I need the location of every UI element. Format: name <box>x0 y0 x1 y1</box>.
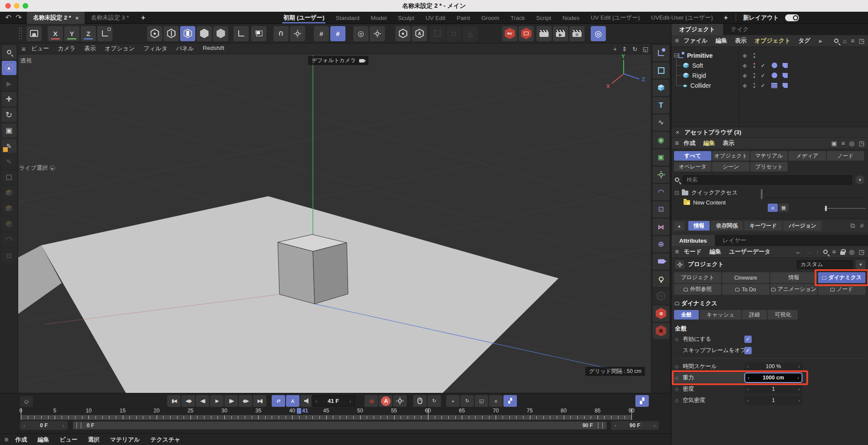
move-tool[interactable]: + <box>2 92 16 106</box>
axis-settings-button[interactable] <box>370 26 385 41</box>
popout-icon[interactable]: ◳ <box>859 37 865 44</box>
modeling-settings-button[interactable] <box>26 26 42 41</box>
panel-tab[interactable]: テイク <box>723 24 756 35</box>
popout-icon[interactable]: ◳ <box>859 248 865 255</box>
bottom-menu-item[interactable]: 選択 <box>82 436 105 444</box>
asset-filter-tab[interactable]: オペレータ <box>674 162 711 171</box>
generator-button[interactable]: ◉ <box>653 132 669 148</box>
instance-button[interactable]: ⊡ <box>653 201 669 218</box>
render-settings-button[interactable]: ✲ <box>569 26 585 41</box>
panel-menu-item[interactable]: 表示 <box>719 139 738 147</box>
grid-view-button[interactable]: ▦ <box>779 204 789 212</box>
asset-tree-item[interactable]: −クイックアクセス <box>675 189 737 197</box>
range-start-spinner[interactable]: ‹0 F› <box>20 421 68 430</box>
camera-label[interactable]: デフォルトカメラ <box>308 56 368 65</box>
snap-settings-button[interactable] <box>290 26 305 41</box>
viewport-menu-item[interactable]: 表示 <box>80 45 100 53</box>
edge-mode-button[interactable] <box>164 26 179 41</box>
timeline-mode-button[interactable]: ▞ <box>635 395 649 407</box>
increment-icon[interactable]: › <box>798 386 800 392</box>
document-tab[interactable]: 名称未設定 2 *× <box>27 12 85 24</box>
polygon-mode-button[interactable] <box>180 26 195 41</box>
layer-diamond-icon[interactable]: ◆ <box>743 52 747 59</box>
timeline-ruler[interactable]: 05101520253035404550556065707580859041 <box>21 408 631 421</box>
object-name[interactable]: Primitive <box>687 52 713 59</box>
prev-frame-button[interactable]: ◀▮ <box>196 395 209 407</box>
panel-menu-item[interactable]: 編集 <box>699 139 719 147</box>
filter-icon[interactable]: ≡ <box>841 140 845 147</box>
filter-icon[interactable]: ≡ <box>832 248 835 255</box>
increment-icon[interactable]: › <box>798 364 800 369</box>
target-icon[interactable]: ◎ <box>849 140 855 147</box>
viewport-menu-item[interactable]: Redshift <box>198 45 229 53</box>
deformer-button[interactable]: ◠ <box>653 184 669 200</box>
render-view-button[interactable] <box>536 26 552 41</box>
up-icon[interactable]: ↑ <box>816 248 819 255</box>
modeling-axis-button[interactable]: ◎ <box>353 26 368 41</box>
value-spinner[interactable]: ‹1› <box>744 396 802 405</box>
redo-icon[interactable]: ↷ <box>16 13 22 22</box>
asset-info-tab[interactable]: 依存関係 <box>711 221 743 231</box>
section-sub-tab[interactable]: キャッシュ <box>700 310 741 320</box>
keyframe-selection-button[interactable]: ◇ <box>20 396 33 407</box>
volume-button[interactable]: ▣ <box>653 149 669 165</box>
asset-filter-tab[interactable]: ノード <box>827 151 864 161</box>
axis-modify-button[interactable] <box>233 26 249 41</box>
rs-ipr-button[interactable] <box>519 26 534 41</box>
key-parameter-button[interactable]: ≡ <box>489 395 503 407</box>
panel-menu-item[interactable]: 編集 <box>705 248 725 256</box>
popout-icon[interactable]: ◳ <box>859 140 865 147</box>
increment-icon[interactable]: › <box>797 375 799 380</box>
viewport-scale-tool[interactable] <box>2 45 16 59</box>
axis-y-button[interactable]: Y <box>64 26 79 41</box>
viewport-menu-item[interactable]: カメラ <box>53 45 80 53</box>
undo-icon[interactable]: ↶ <box>5 13 11 22</box>
range-end-spinner[interactable]: ‹90 F› <box>611 421 659 430</box>
quantize-lock-button[interactable]: # <box>330 26 345 41</box>
override-button[interactable]: ∷ <box>446 26 461 41</box>
object-row[interactable]: −Primitive <box>674 50 713 60</box>
viewport-menu-item[interactable]: パネル <box>172 45 198 53</box>
panel-menu-item[interactable]: ユーザーデータ <box>725 248 774 256</box>
scale-tool[interactable]: ▣ <box>2 123 16 138</box>
light-button[interactable] <box>653 271 669 287</box>
preset-dropdown[interactable]: カスタム <box>797 260 853 269</box>
bottom-menu-item[interactable]: テクスチャ <box>145 436 186 444</box>
workplane-button[interactable] <box>251 26 266 41</box>
goto-start-button[interactable]: ▮◀ <box>167 395 181 407</box>
extrude-inner-tool[interactable] <box>2 201 16 216</box>
autokey-bar-button[interactable]: A <box>286 395 299 407</box>
increment-icon[interactable]: › <box>798 398 800 403</box>
rectangle-tool[interactable] <box>2 170 16 185</box>
goto-end-button[interactable]: ▶▮ <box>253 395 266 407</box>
object-name[interactable]: Soft <box>692 62 703 69</box>
asset-info-tab[interactable]: 情報 <box>688 221 710 231</box>
attribute-section-tab[interactable]: 情報 <box>770 272 818 283</box>
viewport-menu-item[interactable]: ビュー <box>27 45 53 53</box>
redshift-camera-button[interactable] <box>653 323 669 339</box>
search-icon[interactable] <box>823 250 828 254</box>
section-sub-tab[interactable]: 可視化 <box>768 310 798 320</box>
axis-z-button[interactable]: Z <box>81 26 96 41</box>
visibility-dots-icon[interactable] <box>753 53 756 58</box>
decrement-icon[interactable]: ‹ <box>316 399 317 404</box>
pan-view-button[interactable]: + <box>613 46 617 53</box>
loop-button[interactable]: ⇄ <box>272 395 285 407</box>
layout-tab[interactable]: Standard <box>330 12 365 24</box>
play-button[interactable]: ▶ <box>210 395 224 407</box>
layout-tab[interactable]: UV Edit <box>420 12 451 24</box>
menu-icon[interactable]: ≡ <box>4 436 8 444</box>
layer-diamond-icon[interactable]: ◆ <box>743 62 747 69</box>
rotation-record-button[interactable]: ↻ <box>427 395 441 407</box>
add-document-button[interactable]: + <box>135 12 151 24</box>
redshift-light-button[interactable] <box>653 306 669 322</box>
asset-tree-item[interactable]: New Content <box>684 199 726 206</box>
layer-diamond-icon[interactable]: ◆ <box>743 72 747 79</box>
checkbox[interactable]: ✓ <box>744 336 752 343</box>
render-queue-button[interactable]: ▶ <box>553 26 568 41</box>
prev-key-button[interactable]: ◀◆ <box>181 395 195 407</box>
expand-icon[interactable]: − <box>675 191 679 195</box>
hud-record-button[interactable] <box>413 395 427 407</box>
dolly-view-button[interactable]: ⇕ <box>622 46 627 53</box>
asset-info-tab[interactable]: バージョン <box>783 221 822 231</box>
